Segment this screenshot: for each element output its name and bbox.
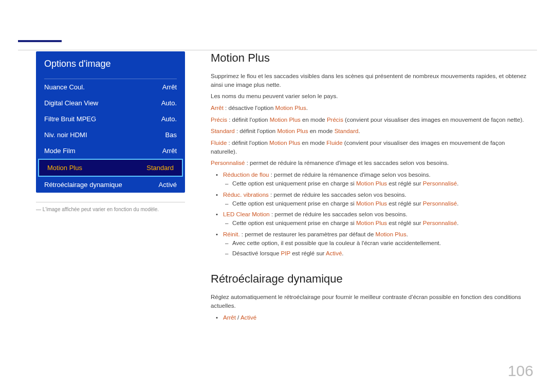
reduction-flou-note: Cette option est uniquement prise en cha… [232,179,529,188]
menu-item-value: Auto. [161,99,177,107]
menu-item-filtre-bruit-mpeg[interactable]: Filtre Bruit MPEGAuto. [36,111,185,127]
menu-item-value: Standard [146,164,174,172]
menu-item-digital-clean-view[interactable]: Digital Clean ViewAuto. [36,95,185,111]
menu-item-value: Bas [165,131,177,139]
section-title-retroeclairage: Rétroéclairage dynamique [211,272,529,286]
led-clear-motion-item: LED Clear Motion : permet de réduire les… [223,210,529,228]
header-accent [18,40,62,42]
header-divider [18,50,537,50]
menu-item-value: Activé [159,181,177,189]
image-variance-note: ― L'image affichée peut varier en foncti… [36,207,185,212]
page-number: 106 [508,362,533,380]
precis-key: Précis [211,117,227,123]
led-clear-motion-note: Cette option est uniquement prise en cha… [232,219,529,228]
standard-key: Standard [211,128,235,134]
reduc-vibrations-note: Cette option est uniquement prise en cha… [232,199,529,208]
left-column: Options d'image Nuance Coul.ArrêtDigital… [0,51,206,324]
menu-title: Options d'image [36,51,185,76]
menu-item-mode-film[interactable]: Mode FilmArrêt [36,143,185,159]
motion-plus-ref: Motion Plus [275,105,306,111]
menu-item-label: Filtre Bruit MPEG [44,115,96,123]
menu-item-value: Arrêt [162,147,177,155]
menu-item-r-tro-clairage-dynamique[interactable]: Rétroéclairage dynamiqueActivé [36,177,185,193]
content: Options d'image Nuance Coul.ArrêtDigital… [0,51,555,324]
menu-item-value: Auto. [161,115,177,123]
retroeclairage-intro: Réglez automatiquement le rétroéclairage… [211,293,529,310]
arret-key: Arrêt [211,105,224,111]
options-image-menu: Options d'image Nuance Coul.ArrêtDigital… [36,51,185,193]
motion-plus-intro: Supprimez le flou et les saccades visibl… [211,72,529,89]
reinit-note-2: Désactivé lorsque PIP est réglé sur Acti… [232,249,529,258]
fluide-key: Fluide [211,140,227,146]
menu-item-label: Mode Film [44,147,76,155]
menu-item-niv-noir-hdmi[interactable]: Niv. noir HDMIBas [36,127,185,143]
personnalise-key: Personnalisé [211,160,245,166]
menu-item-label: Motion Plus [47,164,82,172]
menu-item-label: Niv. noir HDMI [44,131,87,139]
reduc-vibrations-item: Réduc. vibrations : permet de réduire le… [223,191,529,209]
menu-item-motion-plus[interactable]: Motion PlusStandard [38,159,183,177]
menu-item-label: Rétroéclairage dynamique [44,181,122,189]
note-divider [36,202,185,202]
arret-line: Arrêt : désactive l'option Motion Plus. [211,104,529,113]
menu-item-label: Digital Clean View [44,99,98,107]
menu-item-nuance-coul-[interactable]: Nuance Coul.Arrêt [36,79,185,95]
reinit-note-1: Avec cette option, il est possible que l… [232,239,529,248]
standard-line: Standard : définit l'option Motion Plus … [211,127,529,136]
fluide-line: Fluide : définit l'option Motion Plus en… [211,139,529,156]
personnalise-options: Réduction de flou : permet de réduire la… [223,171,529,258]
header [0,15,555,36]
menu-item-value: Arrêt [162,83,177,91]
personnalise-line: Personnalisé : permet de réduire la réma… [211,159,529,167]
right-column: Motion Plus Supprimez le flou et les sac… [206,51,555,324]
retroeclairage-section: Rétroéclairage dynamique Réglez automati… [211,272,529,322]
precis-line: Précis : définit l'option Motion Plus en… [211,116,529,124]
reinit-item: Réinit. : permet de restaurer les paramè… [223,230,529,258]
menu-item-label: Nuance Coul. [44,83,85,91]
retroeclairage-options: Arrêt / Activé [223,313,529,322]
reduction-flou-item: Réduction de flou : permet de réduire la… [223,171,529,189]
section-title-motion-plus: Motion Plus [211,51,529,65]
menu-names-note: Les noms du menu peuvent varier selon le… [211,92,529,101]
